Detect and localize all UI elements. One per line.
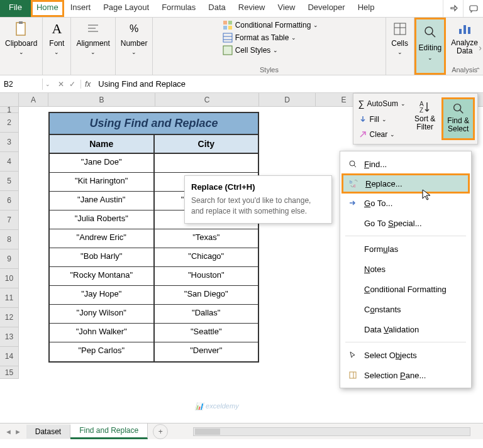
menu-selection-pane[interactable]: Selection Pane... xyxy=(340,365,471,385)
menu-formulas[interactable]: Formulas xyxy=(340,239,471,259)
table-row[interactable]: "Bob Harly""Chicago" xyxy=(50,248,258,267)
table-row[interactable]: "Jony Wilson""Dallas" xyxy=(50,305,258,324)
col-header-a[interactable]: A xyxy=(19,93,48,106)
sheet-tab-find-replace[interactable]: Find and Replace xyxy=(70,423,148,439)
cell-name[interactable]: "Jane Austin" xyxy=(50,192,155,210)
cell-name[interactable]: "Kit Harington" xyxy=(50,173,155,191)
cell-name[interactable]: "Jony Wilson" xyxy=(50,305,155,323)
tab-file[interactable]: File xyxy=(0,0,31,17)
cell-city[interactable]: "Denver" xyxy=(155,342,258,361)
tab-data[interactable]: Data xyxy=(202,0,231,17)
collapse-ribbon-icon[interactable]: ⌃ xyxy=(475,67,480,74)
cell-name[interactable]: "Jane Doe" xyxy=(50,154,155,172)
formula-input[interactable]: Using Find and Replace xyxy=(94,79,483,89)
number-icon[interactable]: % xyxy=(125,20,143,38)
menu-notes[interactable]: Notes xyxy=(340,259,471,279)
font-icon[interactable]: A xyxy=(48,20,65,38)
cell-city[interactable]: "Dallas" xyxy=(155,305,258,323)
cell-name[interactable]: "Pep Carlos" xyxy=(50,342,155,361)
name-box[interactable]: B2 xyxy=(0,79,43,90)
menu-goto[interactable]: Go To... xyxy=(340,193,471,213)
analyze-icon[interactable] xyxy=(456,20,474,38)
find-select-button[interactable]: Find & Select xyxy=(441,97,475,140)
tab-developer[interactable]: Developer xyxy=(301,0,351,17)
row-header[interactable]: 3 xyxy=(0,133,19,152)
format-as-table-button[interactable]: Format as Table ⌄ xyxy=(223,33,297,43)
sheet-tab-dataset[interactable]: Dataset xyxy=(26,425,70,439)
cell-name[interactable]: "Julia Roberts" xyxy=(50,210,155,229)
col-header-d[interactable]: D xyxy=(259,93,316,106)
menu-data-validation[interactable]: Data Validation xyxy=(340,319,471,339)
col-header-b[interactable]: B xyxy=(48,93,155,106)
sheet-next-icon[interactable]: ► xyxy=(14,428,21,435)
sort-filter-button[interactable]: AZ Sort & Filter xyxy=(411,97,439,140)
col-header-c[interactable]: C xyxy=(155,93,259,106)
ribbon-overflow-icon[interactable]: › xyxy=(479,43,482,53)
sheet-prev-icon[interactable]: ◄ xyxy=(5,428,12,435)
row-header[interactable]: 9 xyxy=(0,249,19,269)
row-header[interactable]: 1 xyxy=(0,107,19,113)
menu-find[interactable]: Find... xyxy=(340,154,471,174)
conditional-formatting-button[interactable]: Conditional Formatting ⌄ xyxy=(223,20,319,30)
cell-city[interactable]: "Houston" xyxy=(155,267,258,285)
cell-name[interactable]: "Rocky Montana" xyxy=(50,267,155,285)
cell-styles-button[interactable]: Cell Styles ⌄ xyxy=(223,45,279,55)
tab-help[interactable]: Help xyxy=(352,0,381,17)
row-header[interactable]: 2 xyxy=(0,113,19,133)
fx-icon[interactable]: fx xyxy=(81,80,94,89)
row-header[interactable]: 10 xyxy=(0,269,19,288)
menu-goto-special[interactable]: Go To Special... xyxy=(340,213,471,233)
table-row[interactable]: "Pep Carlos""Denver" xyxy=(50,342,258,361)
cell-name[interactable]: "Jay Hope" xyxy=(50,286,155,304)
cell-city[interactable]: "Chicago" xyxy=(155,248,258,266)
autosum-button[interactable]: ∑AutoSum ⌄ xyxy=(356,97,408,110)
table-row[interactable]: "Andrew Eric""Texas" xyxy=(50,229,258,248)
menu-select-objects[interactable]: Select Objects xyxy=(340,345,471,365)
row-header[interactable]: 4 xyxy=(0,152,19,172)
select-all-corner[interactable] xyxy=(0,93,19,106)
add-sheet-button[interactable]: + xyxy=(153,424,168,439)
row-header[interactable]: 5 xyxy=(0,172,19,191)
cell-name[interactable]: "John Walker" xyxy=(50,324,155,342)
clear-button[interactable]: Clear ⌄ xyxy=(356,129,408,140)
tab-home[interactable]: Home xyxy=(31,0,64,17)
menu-replace[interactable]: bcReplace... xyxy=(341,173,470,194)
cell-name[interactable]: "Andrew Eric" xyxy=(50,229,155,248)
cell-name[interactable]: "Bob Harly" xyxy=(50,248,155,266)
table-row[interactable]: "John Walker""Seattle" xyxy=(50,324,258,342)
share-icon[interactable] xyxy=(443,0,463,17)
cell-city[interactable] xyxy=(155,154,258,172)
cancel-icon[interactable]: ✕ xyxy=(58,80,64,89)
row-header[interactable]: 12 xyxy=(0,308,19,327)
paste-icon[interactable] xyxy=(13,20,30,38)
row-header[interactable]: 7 xyxy=(0,210,19,230)
table-row[interactable]: "Jane Doe" xyxy=(50,154,258,173)
horizontal-scrollbar[interactable] xyxy=(193,427,470,436)
row-header[interactable]: 14 xyxy=(0,347,19,366)
tab-view[interactable]: View xyxy=(271,0,301,17)
tab-formulas[interactable]: Formulas xyxy=(155,0,202,17)
editing-button[interactable]: Editing⌄ xyxy=(414,18,447,75)
enter-icon[interactable]: ✓ xyxy=(69,80,75,89)
cell-city[interactable]: "San Diego" xyxy=(155,286,258,304)
name-box-dropdown-icon[interactable]: ⌄ xyxy=(43,81,53,87)
row-header[interactable]: 8 xyxy=(0,230,19,249)
row-header[interactable]: 11 xyxy=(0,288,19,308)
row-header[interactable]: 6 xyxy=(0,191,19,210)
tab-page-layout[interactable]: Page Layout xyxy=(97,0,155,17)
cells-icon[interactable] xyxy=(391,20,409,38)
svg-line-27 xyxy=(354,165,356,167)
comments-icon[interactable] xyxy=(463,0,483,17)
tab-insert[interactable]: Insert xyxy=(64,0,97,17)
alignment-icon[interactable] xyxy=(84,20,102,38)
table-row[interactable]: "Rocky Montana""Houston" xyxy=(50,267,258,286)
cell-city[interactable]: "Texas" xyxy=(155,229,258,248)
cell-city[interactable]: "Seattle" xyxy=(155,324,258,342)
row-header[interactable]: 15 xyxy=(0,366,19,379)
menu-constants[interactable]: Constants xyxy=(340,299,471,319)
table-row[interactable]: "Jay Hope""San Diego" xyxy=(50,286,258,305)
tab-review[interactable]: Review xyxy=(232,0,272,17)
menu-conditional-formatting[interactable]: Conditional Formatting xyxy=(340,279,471,299)
row-header[interactable]: 13 xyxy=(0,327,19,347)
fill-button[interactable]: Fill ⌄ xyxy=(356,114,408,125)
